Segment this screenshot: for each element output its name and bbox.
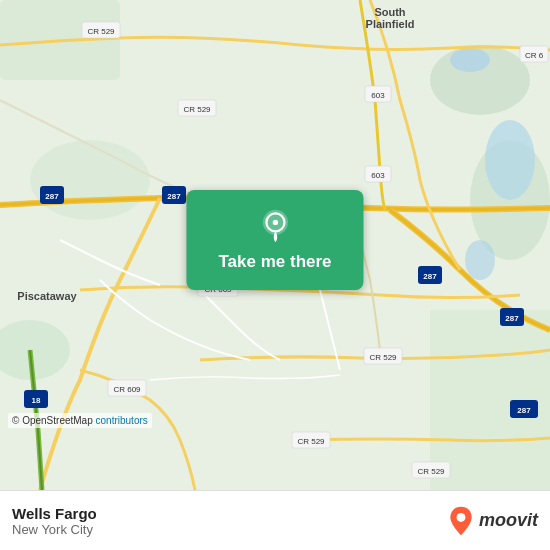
- svg-text:287: 287: [505, 314, 519, 323]
- location-city: New York City: [12, 522, 97, 537]
- svg-text:CR 6: CR 6: [525, 51, 544, 60]
- svg-text:Plainfield: Plainfield: [366, 18, 415, 30]
- svg-point-9: [465, 240, 495, 280]
- svg-text:CR 529: CR 529: [87, 27, 115, 36]
- svg-text:287: 287: [167, 192, 181, 201]
- bottom-bar: Wells Fargo New York City moovit: [0, 490, 550, 550]
- svg-text:CR 609: CR 609: [113, 385, 141, 394]
- svg-text:603: 603: [371, 91, 385, 100]
- svg-text:287: 287: [423, 272, 437, 281]
- take-me-there-label: Take me there: [218, 252, 331, 272]
- svg-text:CR 529: CR 529: [183, 105, 211, 114]
- svg-text:South: South: [374, 6, 405, 18]
- svg-text:287: 287: [517, 406, 531, 415]
- svg-point-47: [272, 220, 277, 225]
- svg-point-7: [450, 48, 490, 72]
- moovit-logo: moovit: [447, 505, 538, 537]
- svg-point-48: [457, 513, 466, 522]
- map-pin-icon: [257, 208, 293, 244]
- map-container: 287 287 287 287 18 CR 529 CR 529 603 603…: [0, 0, 550, 490]
- svg-text:Piscataway: Piscataway: [17, 290, 77, 302]
- take-me-there-overlay: Take me there: [186, 190, 363, 290]
- svg-text:CR 529: CR 529: [369, 353, 397, 362]
- svg-text:CR 529: CR 529: [297, 437, 325, 446]
- svg-text:603: 603: [371, 171, 385, 180]
- location-info: Wells Fargo New York City: [12, 505, 97, 537]
- svg-text:CR 529: CR 529: [417, 467, 445, 476]
- svg-text:287: 287: [45, 192, 59, 201]
- take-me-there-button[interactable]: Take me there: [186, 190, 363, 290]
- moovit-brand-label: moovit: [479, 510, 538, 531]
- svg-point-4: [30, 140, 150, 220]
- svg-text:18: 18: [32, 396, 41, 405]
- location-name: Wells Fargo: [12, 505, 97, 522]
- osm-text: © OpenStreetMap: [12, 415, 96, 426]
- svg-point-8: [485, 120, 535, 200]
- moovit-pin-icon: [447, 505, 475, 537]
- osm-contributors-link[interactable]: contributors: [96, 415, 148, 426]
- osm-attribution: © OpenStreetMap contributors: [8, 413, 152, 428]
